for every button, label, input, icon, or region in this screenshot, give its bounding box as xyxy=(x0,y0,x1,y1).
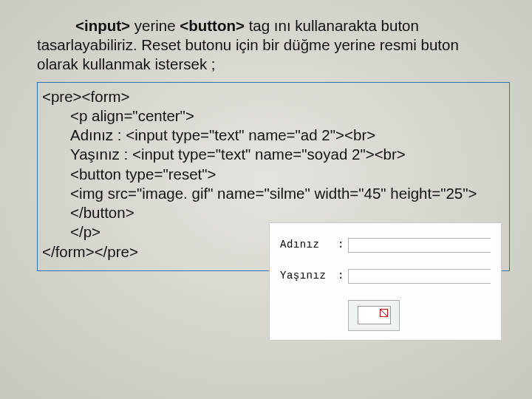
code-line: <p align="center"> xyxy=(38,106,509,126)
preview-input-age[interactable] xyxy=(348,269,491,284)
preview-colon: : xyxy=(338,239,348,252)
preview-label-name: Adınız xyxy=(280,239,338,252)
preview-colon: : xyxy=(338,270,348,283)
preview-row-age: Yaşınız : xyxy=(280,269,491,284)
lead-bold-button: <button> xyxy=(180,17,245,34)
preview-reset-button[interactable] xyxy=(348,300,400,331)
code-line: Yaşınız : <input type="text" name="soyad… xyxy=(38,145,509,164)
preview-input-name[interactable] xyxy=(348,238,491,253)
code-line: Adınız : <input type="text" name="ad 2">… xyxy=(38,126,509,145)
slide: <input> yerine <button> tag ını kullanar… xyxy=(0,0,532,399)
preview-row-name: Adınız : xyxy=(280,238,491,253)
code-example-box: <pre><form> <p align="center"> Adınız : … xyxy=(37,82,510,271)
preview-label-age: Yaşınız xyxy=(280,270,338,283)
code-line: <button type="reset"> xyxy=(38,165,509,184)
broken-image-icon xyxy=(358,306,391,324)
lead-text-1: yerine xyxy=(130,17,180,34)
form-render-preview: Adınız : Yaşınız : xyxy=(269,222,502,341)
lead-bold-input: <input> xyxy=(75,17,130,34)
lead-paragraph: <input> yerine <button> tag ını kullanar… xyxy=(37,16,495,75)
code-line: <img src="image. gif" name="silme" width… xyxy=(38,184,509,203)
code-line: </button> xyxy=(38,203,509,222)
code-line: <pre><form> xyxy=(38,87,509,106)
